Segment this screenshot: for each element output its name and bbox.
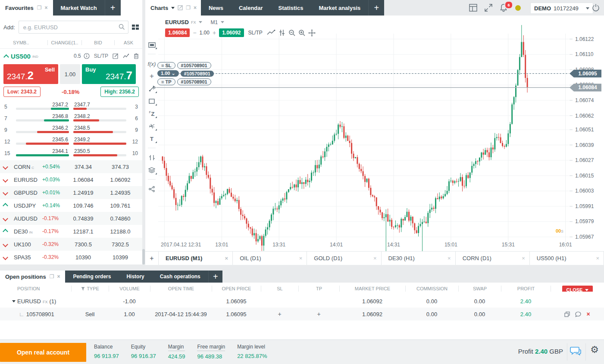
tab-charts[interactable]: Charts ❐ × — [145, 0, 201, 16]
chart-type-line-icon[interactable] — [267, 30, 275, 36]
nav-tab-statistics[interactable]: Statistics — [271, 0, 311, 16]
volume-minus-button[interactable]: − — [193, 29, 196, 36]
popout-icon[interactable]: ❐ — [37, 5, 42, 11]
account-selector[interactable]: DEMO 10172249 — [530, 3, 593, 14]
close-icon[interactable]: × — [45, 5, 48, 11]
add-panel-button[interactable]: + — [208, 271, 222, 283]
share-icon[interactable] — [147, 186, 156, 193]
fibonacci-tool-icon[interactable]: FZ — [147, 110, 156, 117]
tp-pill[interactable]: ≡ TP — [157, 78, 175, 85]
trendline-tool-icon[interactable] — [147, 85, 156, 92]
symbol-row-de30[interactable]: DE30IN-0.17%12187.112188.0 — [0, 225, 142, 238]
zoom-out-icon[interactable] — [288, 29, 295, 36]
pitchfork-tool-icon[interactable] — [147, 123, 156, 130]
symbol-bid[interactable]: 12187.1 — [65, 228, 102, 235]
symbol-row-audusd[interactable]: AUDUSD-0.17%0.748390.74860 — [0, 212, 142, 225]
chat-icon[interactable] — [570, 346, 582, 356]
close-icon[interactable]: × — [596, 255, 599, 261]
close-icon[interactable]: × — [57, 274, 60, 280]
sl-pill[interactable]: ≡ SL — [157, 62, 175, 69]
crosshair-tool-icon[interactable]: + — [147, 73, 156, 80]
nav-tab-news[interactable]: News — [201, 0, 231, 16]
symbol-bid[interactable]: 374.34 — [65, 164, 102, 170]
col-change[interactable]: CHANGE(1.. — [47, 40, 81, 45]
close-icon[interactable]: × — [448, 255, 451, 261]
close-icon[interactable]: × — [225, 255, 228, 261]
trash-icon[interactable] — [134, 53, 139, 59]
col-volume[interactable]: VOLUME — [109, 286, 150, 292]
positions-tab-history[interactable]: History — [119, 271, 152, 283]
close-all-button[interactable]: CLOSE — [562, 286, 593, 292]
col-market-price[interactable]: MARKET PRICE — [339, 286, 405, 292]
indicators-fx-icon[interactable]: f(x) — [147, 60, 156, 67]
positions-tab-pending-orders[interactable]: Pending orders — [65, 271, 119, 283]
dom-row[interactable]: 92346.22348.59 — [0, 123, 142, 134]
collapse-chevron-icon[interactable] — [3, 54, 9, 60]
col-tp[interactable]: TP — [298, 286, 339, 292]
volume-plus-button[interactable]: + — [213, 29, 216, 36]
col-type[interactable]: TYPE — [71, 286, 109, 292]
position-row[interactable]: ∟105708901Sell1.002017-04-12 15:44:391.0… — [0, 308, 604, 320]
col-commission[interactable]: COMMISSION — [405, 286, 458, 292]
close-position-icon[interactable]: × — [586, 311, 590, 317]
text-tool-icon[interactable]: T — [147, 135, 156, 142]
ticket-pill[interactable]: #105708901 — [181, 71, 214, 77]
nav-tab-market-analysis[interactable]: Market analysis — [311, 0, 368, 16]
chart-type-icon[interactable] — [147, 41, 156, 48]
charts-dropdown-icon[interactable] — [171, 7, 175, 9]
close-icon[interactable]: × — [522, 255, 525, 261]
symbol-ask[interactable]: 1.24935 — [102, 190, 139, 196]
tab-favourites[interactable]: Favourites ❐ × — [0, 0, 53, 16]
layout-icon[interactable] — [469, 4, 477, 12]
compare-icon[interactable] — [147, 154, 156, 161]
add-tab-button[interactable]: + — [105, 0, 121, 16]
chart-icon[interactable] — [123, 53, 129, 59]
symbol-search-input[interactable] — [19, 21, 128, 34]
symbol-row-usdjpy[interactable]: USDJPY+0.14%109.746109.761 — [0, 199, 142, 212]
symbol-bid[interactable]: 0.74839 — [65, 215, 102, 222]
tp-cell[interactable]: + — [298, 311, 339, 317]
expand-trades-icon[interactable] — [576, 298, 579, 305]
fullscreen-icon[interactable] — [485, 4, 492, 12]
timeframe-dropdown-icon[interactable] — [221, 21, 224, 23]
symbol-row-spa35[interactable]: SPA35-0.32%1039010399 — [0, 251, 142, 264]
duplicate-icon[interactable] — [564, 311, 570, 317]
chart-volume[interactable]: 1.00 — [200, 30, 210, 36]
popout-icon[interactable]: ❐ — [50, 274, 54, 280]
sl-cell[interactable]: + — [261, 311, 298, 317]
symbol-ask[interactable]: 12188.0 — [102, 228, 139, 235]
col-open-time[interactable]: OPEN TIME — [150, 286, 212, 292]
sl-ticket-pill[interactable]: #105708901 — [177, 62, 211, 69]
indicators-icon[interactable] — [279, 29, 285, 36]
close-icon[interactable]: × — [194, 5, 197, 11]
symbol-ask[interactable]: 0.74860 — [102, 215, 139, 222]
view-mode-icon[interactable] — [132, 25, 139, 30]
open-real-account-button[interactable]: Open real account — [0, 343, 86, 362]
dom-row[interactable]: 72346.82348.26 — [0, 111, 142, 123]
symbol-bid[interactable]: 10390 — [65, 254, 102, 261]
filter-icon[interactable] — [81, 287, 85, 291]
quick-sell-button[interactable]: 1.06084 — [165, 28, 190, 37]
edit-icon[interactable] — [113, 53, 119, 59]
rectangle-tool-icon[interactable] — [147, 98, 156, 105]
comment-icon[interactable] — [575, 311, 581, 317]
candlestick-chart[interactable]: 1.061221.061101.060981.060861.060741.060… — [145, 16, 604, 266]
symbol-row-gbpusd[interactable]: GBPUSD+0.01%1.249191.24935 — [0, 186, 142, 199]
close-icon[interactable]: × — [299, 255, 303, 261]
positions-tab-cash-operations[interactable]: Cash operations — [152, 271, 208, 283]
settings-gear-icon[interactable]: ⚙ — [590, 344, 599, 355]
expand-caret-icon[interactable] — [12, 300, 16, 302]
sell-button[interactable]: Sell 2347.2 — [3, 64, 58, 84]
symbol-bid[interactable]: 1.06084 — [65, 177, 102, 183]
chart-tab-us500-h1-[interactable]: US500 (H1)× — [530, 252, 604, 265]
tp-ticket-pill[interactable]: #105708901 — [177, 78, 211, 85]
sltp-button[interactable]: SL/TP — [248, 30, 263, 36]
nav-tab-calendar[interactable]: Calendar — [231, 0, 271, 16]
col-sl[interactable]: SL — [261, 286, 298, 292]
tab-market-watch[interactable]: Market Watch — [53, 0, 105, 16]
tab-open-positions[interactable]: Open positions ❐ × — [0, 271, 65, 283]
watchlist-scrollbar[interactable] — [142, 249, 145, 264]
volume-input[interactable]: 1.00 — [60, 64, 80, 84]
symbol-bid[interactable]: 109.746 — [65, 202, 102, 209]
dom-row[interactable]: 152344.12350.510 — [0, 146, 142, 158]
